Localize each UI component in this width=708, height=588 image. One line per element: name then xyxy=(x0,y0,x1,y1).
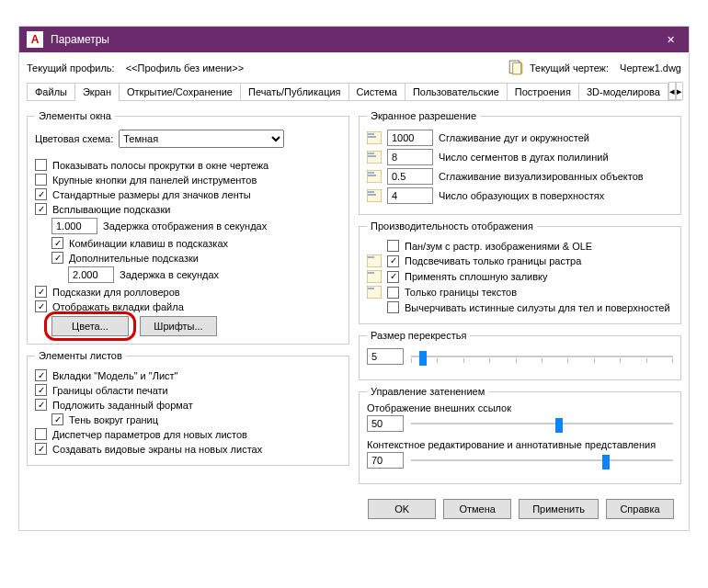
legend-crosshair: Размер перекрестья xyxy=(367,330,470,341)
input-crosshair[interactable] xyxy=(367,348,404,365)
cb-page-setup[interactable] xyxy=(35,428,47,440)
group-fade: Управление затенением Отображение внешни… xyxy=(359,386,681,484)
lbl-pan-zoom: Пан/зум с растр. изображениями & OLE xyxy=(405,241,592,252)
lbl-true-sil: Вычерчивать истинные силуэты для тел и п… xyxy=(405,302,670,313)
lbl-shadow: Тень вокруг границ xyxy=(69,414,158,425)
close-button[interactable]: ✕ xyxy=(652,27,689,52)
ok-button[interactable]: OK xyxy=(368,499,436,519)
lbl-paper-bg: Подложить заданный формат xyxy=(52,400,193,411)
lbl-render-smooth: Сглаживание визуализированных объектов xyxy=(439,171,644,182)
slider-crosshair[interactable] xyxy=(411,349,673,364)
legend-performance: Производительность отображения xyxy=(367,220,537,232)
tab-files[interactable]: Файлы xyxy=(28,84,75,100)
legend-window-elements: Элементы окна xyxy=(35,110,115,121)
tab-scroll-left[interactable]: ◂ xyxy=(668,82,676,100)
tab-open-save[interactable]: Открытие/Сохранение xyxy=(120,84,241,100)
drawing-icon xyxy=(367,270,382,283)
legend-fade: Управление затенением xyxy=(367,386,488,397)
cb-model-layout[interactable] xyxy=(35,369,47,381)
input-xref-fade[interactable] xyxy=(367,415,404,432)
svg-rect-14 xyxy=(367,254,382,267)
dialog-buttons: OK Отмена Применить Справка xyxy=(27,490,681,519)
help-button[interactable]: Справка xyxy=(606,499,674,519)
app-logo-icon: A xyxy=(27,31,43,48)
slider-xref-fade[interactable] xyxy=(411,416,673,431)
lbl-extra-tooltips: Дополнительные подсказки xyxy=(69,253,199,264)
group-resolution: Экранное разрешение Сглаживание дуг и ок… xyxy=(359,110,681,215)
cb-shortcuts[interactable] xyxy=(51,237,63,249)
lbl-text-frame: Только границы текстов xyxy=(405,287,517,298)
drawing-icon xyxy=(367,189,382,202)
lbl-page-setup: Диспетчер параметров для новых листов xyxy=(52,429,247,440)
input-edit-fade[interactable] xyxy=(367,452,404,469)
input-tooltip-delay[interactable] xyxy=(51,218,97,234)
cb-big-buttons[interactable] xyxy=(35,174,47,186)
cb-raster-frame[interactable] xyxy=(387,255,399,267)
lbl-file-tabs: Отображать вкладки файла xyxy=(52,301,184,312)
input-surf-contour[interactable] xyxy=(387,187,433,204)
lbl-extra-delay: Задержка в секундах xyxy=(120,269,219,280)
cb-scrollbars[interactable] xyxy=(35,159,47,171)
tab-bar: Файлы Экран Открытие/Сохранение Печать/П… xyxy=(27,83,668,100)
color-scheme-label: Цветовая схема: xyxy=(35,133,113,144)
lbl-xref-fade: Отображение внешних ссылок xyxy=(367,402,673,413)
svg-rect-5 xyxy=(367,151,382,164)
drawing-icon xyxy=(367,170,382,183)
cb-shadow[interactable] xyxy=(51,413,63,425)
lbl-viewports: Создавать видовые экраны на новых листах xyxy=(52,444,262,455)
cb-ribbon-icons[interactable] xyxy=(35,188,47,200)
lbl-tooltip-delay: Задержка отображения в секундах xyxy=(103,220,267,232)
lbl-shortcuts: Комбинации клавиш в подсказках xyxy=(69,238,228,249)
input-extra-delay[interactable] xyxy=(68,266,114,283)
lbl-solid-fill: Применять сплошную заливку xyxy=(405,271,548,282)
lbl-big-buttons: Крупные кнопки для панелей инструментов xyxy=(52,175,257,186)
cb-viewports[interactable] xyxy=(35,443,47,455)
cb-tooltips[interactable] xyxy=(35,203,47,215)
legend-sheet-elements: Элементы листов xyxy=(35,350,126,361)
tab-screen[interactable]: Экран xyxy=(75,84,120,100)
current-profile-value: <<Профиль без имени>> xyxy=(126,62,244,74)
tab-drafting[interactable]: Построения xyxy=(508,84,579,100)
tab-print[interactable]: Печать/Публикация xyxy=(241,84,349,100)
input-arc-smooth[interactable] xyxy=(387,130,433,146)
group-window-elements: Элементы окна Цветовая схема: Темная Пок… xyxy=(27,110,349,345)
cb-true-sil[interactable] xyxy=(387,301,399,313)
titlebar: A Параметры ✕ xyxy=(19,27,689,52)
apply-button[interactable]: Применить xyxy=(519,499,599,519)
legend-resolution: Экранное разрешение xyxy=(367,110,480,121)
colors-button[interactable]: Цвета... xyxy=(51,316,129,336)
cb-pan-zoom[interactable] xyxy=(387,240,399,252)
tab-system[interactable]: Система xyxy=(349,84,405,100)
cb-print-bounds[interactable] xyxy=(35,384,47,396)
cb-file-tabs[interactable] xyxy=(35,300,47,312)
input-render-smooth[interactable] xyxy=(387,168,433,185)
cb-rollover[interactable] xyxy=(35,286,47,298)
lbl-model-layout: Вкладки "Модель" и "Лист" xyxy=(52,370,178,381)
group-sheet-elements: Элементы листов Вкладки "Модель" и "Лист… xyxy=(27,350,349,466)
drawing-icon xyxy=(367,151,382,164)
lbl-scrollbars: Показывать полосы прокрутки в окне черте… xyxy=(52,160,268,171)
current-profile-label: Текущий профиль: xyxy=(27,62,115,74)
group-crosshair: Размер перекрестья xyxy=(359,330,681,380)
svg-rect-2 xyxy=(367,131,382,144)
cb-extra-tooltips[interactable] xyxy=(51,252,63,264)
input-poly-segs[interactable] xyxy=(387,149,433,165)
drawing-icon xyxy=(508,60,524,76)
slider-edit-fade[interactable] xyxy=(411,453,673,468)
profile-row: Текущий профиль: <<Профиль без имени>> Т… xyxy=(27,60,681,76)
tab-3d[interactable]: 3D-моделирова xyxy=(579,84,668,100)
svg-rect-1 xyxy=(513,62,521,74)
svg-rect-8 xyxy=(367,170,382,183)
cb-paper-bg[interactable] xyxy=(35,399,47,411)
svg-rect-18 xyxy=(367,286,382,299)
cb-solid-fill[interactable] xyxy=(387,271,399,283)
color-scheme-select[interactable]: Темная xyxy=(119,130,284,148)
close-icon: ✕ xyxy=(667,34,675,46)
svg-rect-11 xyxy=(367,189,382,202)
current-drawing-value: Чертеж1.dwg xyxy=(620,62,681,74)
tab-user[interactable]: Пользовательские xyxy=(405,84,508,100)
tab-scroll-right[interactable]: ▸ xyxy=(676,82,683,100)
fonts-button[interactable]: Шрифты... xyxy=(140,316,217,336)
cb-text-frame[interactable] xyxy=(387,287,399,299)
cancel-button[interactable]: Отмена xyxy=(443,499,511,519)
